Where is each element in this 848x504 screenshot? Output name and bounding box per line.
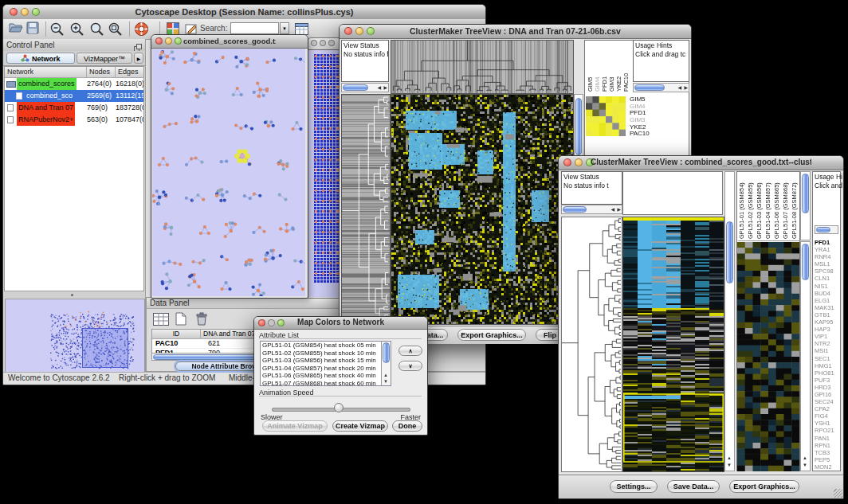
treeview2-titlebar[interactable]: ClusterMaker TreeView : combined_scores_… — [559, 156, 843, 170]
tv2-column-label[interactable]: GPL51-06 (GSM865) — [773, 172, 782, 239]
animation-speed-slider-thumb[interactable] — [334, 403, 344, 412]
tv2-column-label[interactable]: GPL51-01 (GSM854) — [738, 172, 747, 239]
gene-label[interactable]: RPN1 — [815, 442, 841, 449]
save-data-button[interactable]: Save Data... — [667, 480, 720, 493]
dialog-titlebar[interactable]: Map Colors to Network — [254, 317, 427, 330]
minimize-button[interactable] — [320, 40, 326, 46]
export-graphics-button[interactable]: Export Graphics... — [457, 329, 526, 341]
animate-vizmap-button[interactable]: Animate Vizmap — [262, 420, 328, 432]
tv2-column-label[interactable]: GPL51-02 (GSM855) — [747, 172, 756, 239]
delete-attribute-button[interactable] — [196, 312, 207, 329]
attribute-list-item[interactable]: GPL51-06 (GSM865) heat shock 40 min — [261, 372, 381, 380]
gene-label[interactable]: VIP1 — [815, 333, 841, 340]
create-attribute-button[interactable] — [175, 312, 186, 329]
gene-label[interactable]: SPC98 — [815, 268, 841, 275]
scroll-right-icon[interactable]: ▶ — [383, 85, 387, 91]
tv1-column-label[interactable]: GIM3 — [608, 41, 615, 92]
search-dropdown-button[interactable]: ▼ — [280, 22, 289, 34]
attribute-list-item[interactable]: GPL51-03 (GSM856) heat shock 15 min — [261, 357, 381, 365]
tab-network[interactable]: Network — [6, 53, 75, 64]
gene-label[interactable]: KAP95 — [815, 318, 841, 326]
attribute-list-item[interactable]: GPL51-04 (GSM857) heat shock 20 min — [261, 365, 381, 373]
gene-label[interactable]: MON2 — [815, 463, 841, 471]
tv2-column-dendrogram-area[interactable] — [622, 171, 723, 215]
tv2-row-dendrogram-canvas[interactable] — [561, 217, 622, 472]
tv1-column-label[interactable]: GIM4 — [594, 41, 601, 92]
help-button[interactable] — [134, 21, 150, 37]
gene-label[interactable]: NTR2 — [815, 340, 841, 347]
gene-label[interactable]: PHO81 — [815, 369, 841, 377]
gene-label[interactable]: HAP3 — [815, 326, 841, 333]
resize-grip[interactable] — [834, 489, 842, 498]
close-button[interactable] — [344, 27, 352, 35]
gene-label[interactable]: YSH1 — [815, 420, 841, 427]
tv1-column-label[interactable]: PAC10 — [622, 41, 630, 92]
gene-label[interactable]: FIG4 — [815, 412, 841, 420]
tv1-status-hscrollbar[interactable]: ◀ ▶ — [341, 83, 389, 92]
gene-label[interactable]: MAK31 — [815, 304, 841, 311]
tv1-row-dendrogram-canvas[interactable] — [341, 94, 391, 325]
minimize-button[interactable] — [21, 8, 29, 16]
gene-label[interactable]: GTB1 — [815, 311, 841, 318]
gene-label[interactable]: GPI16 — [815, 391, 841, 398]
tv1-usage-hscrollbar[interactable]: ◀ ▶ — [633, 83, 689, 92]
birdseye-overview-canvas[interactable] — [5, 299, 145, 373]
gene-label[interactable]: RNR4 — [815, 253, 841, 260]
gene-label[interactable]: PFD1 — [815, 239, 841, 246]
tv2-column-label[interactable]: GPL51-03 (GSM856) — [756, 172, 764, 239]
close-button[interactable] — [311, 40, 317, 46]
scroll-left-icon[interactable]: ◀ — [610, 207, 614, 213]
gene-label[interactable]: PAN1 — [815, 435, 841, 442]
gene-label[interactable]: YRA1 — [815, 246, 841, 253]
gene-label[interactable]: PUF3 — [815, 377, 841, 384]
gene-label[interactable]: MSI1 — [815, 347, 841, 354]
attribute-list-item[interactable]: GPL51-07 (GSM868) heat shock 60 min — [261, 380, 381, 387]
attribute-list-vscrollbar[interactable]: ▲ ▼ — [381, 342, 391, 385]
tv1-row-label[interactable]: PAC10 — [630, 131, 669, 138]
gene-label[interactable]: RPO21 — [815, 427, 841, 434]
col-header-edges[interactable]: Edges — [116, 67, 144, 77]
done-button[interactable]: Done — [392, 420, 422, 432]
gene-label[interactable]: MSL1 — [815, 260, 841, 268]
zoom-button[interactable] — [277, 319, 285, 326]
scroll-down-icon[interactable]: ▼ — [727, 463, 732, 468]
gene-label[interactable]: NIS1 — [815, 283, 841, 290]
tv1-heatmap-canvas[interactable] — [391, 94, 574, 325]
search-input[interactable] — [230, 22, 279, 34]
tv1-column-label[interactable]: YKE2 — [615, 41, 622, 92]
scroll-right-icon[interactable]: ▶ — [617, 207, 621, 213]
scroll-down-icon[interactable]: ▼ — [803, 463, 807, 468]
col-header-network[interactable]: Network — [5, 67, 87, 77]
tv2-heatmap-vscrollbar[interactable]: ▲ ▼ — [724, 171, 735, 471]
close-button[interactable] — [258, 319, 265, 326]
save-session-button[interactable] — [26, 21, 42, 37]
close-button[interactable] — [10, 8, 18, 16]
attribute-select-button[interactable] — [153, 313, 169, 329]
minimize-button[interactable] — [165, 37, 172, 45]
treeview1-titlebar[interactable]: ClusterMaker TreeView : DNA and Tran 07-… — [340, 25, 691, 39]
gene-label[interactable]: ELG1 — [815, 297, 841, 304]
tv2-zoom-heatmap-canvas[interactable] — [737, 242, 799, 471]
minimize-button[interactable] — [268, 319, 275, 326]
zoom-in-button[interactable] — [69, 21, 85, 37]
zoom-button[interactable] — [328, 40, 335, 46]
minimize-button[interactable] — [575, 158, 583, 166]
gene-label[interactable]: BUD4 — [815, 290, 841, 297]
gene-label[interactable]: TCB3 — [815, 449, 841, 456]
tab-vizmapper[interactable]: VizMapper™ — [77, 53, 132, 64]
gene-label[interactable]: CPA2 — [815, 405, 841, 412]
gene-label[interactable]: PEP5 — [815, 456, 841, 463]
move-up-button[interactable]: ∧ — [398, 346, 422, 356]
tv2-heatmap-canvas[interactable] — [622, 217, 724, 472]
network-list-row[interactable]: combined_scores 2764(0) 16218(0) — [5, 78, 143, 90]
gene-label[interactable]: SEC1 — [815, 355, 841, 362]
attribute-list-item[interactable]: GPL51-02 (GSM855) heat shock 10 min — [261, 350, 381, 357]
col-header-nodes[interactable]: Nodes — [87, 67, 116, 77]
zoom-selected-button[interactable] — [108, 21, 124, 37]
close-button[interactable] — [563, 158, 571, 166]
id-column-header[interactable]: ID — [152, 330, 201, 338]
tv1-column-dendrogram-canvas[interactable] — [391, 40, 574, 94]
zoom-fit-button[interactable] — [89, 21, 105, 37]
network-window-titlebar[interactable]: combined_scores_good.txt--cluste... — [151, 35, 308, 49]
network-list-row[interactable]: RNAPuberNov2+ 563(0) 107847(0) — [5, 114, 143, 126]
